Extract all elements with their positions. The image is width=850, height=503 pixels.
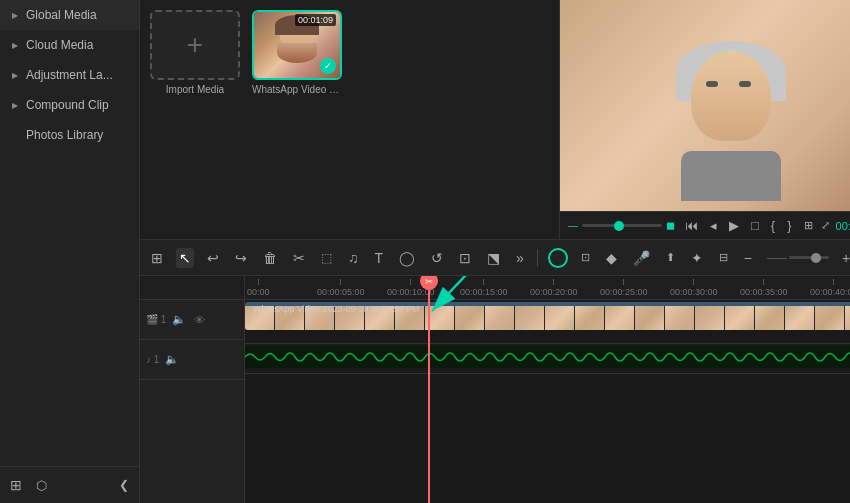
media-browser: + Import Media	[140, 0, 560, 239]
toolbar-separator	[537, 249, 538, 267]
audio-track-toggle[interactable]: 🔈	[163, 353, 181, 366]
ruler-spacer	[140, 276, 244, 300]
video-track-label-row: 🎬 1 🔈 👁	[140, 300, 244, 340]
sidebar-item-compound-clip[interactable]: ▶ Compound Clip	[0, 90, 139, 120]
speed-indicator	[548, 248, 568, 268]
fullscreen-button[interactable]: ⤢	[819, 217, 832, 234]
video-track-row: WhatsApp Video 2023-09-28 at 07:57 PM	[245, 300, 850, 344]
arrow-icon: ▶	[12, 11, 18, 20]
sidebar-item-photos-library[interactable]: Photos Library	[0, 120, 139, 150]
tool-minus-button[interactable]: −	[741, 248, 755, 268]
sidebar-item-global-media[interactable]: ▶ Global Media	[0, 0, 139, 30]
folder-button[interactable]: ⬡	[34, 476, 49, 495]
preview-face	[560, 0, 850, 211]
audio-track-row	[245, 344, 850, 374]
tool-grid-button[interactable]: ⊞	[148, 248, 166, 268]
tool-extract-button[interactable]: ⬆	[663, 249, 678, 266]
add-media-button[interactable]: ⊞	[8, 475, 24, 495]
skip-back-button[interactable]: ⏮	[683, 216, 700, 235]
timecode-display: 00:00:10:23	[836, 220, 850, 232]
tool-cut-button[interactable]: ✂	[290, 248, 308, 268]
tool-voice-button[interactable]: 🎤	[630, 248, 653, 268]
stop-button[interactable]: □	[749, 216, 761, 235]
tool-fx-button[interactable]: ✦	[688, 248, 706, 268]
tool-split-button[interactable]: ⬚	[318, 249, 335, 267]
play-button[interactable]: ▶	[727, 216, 741, 235]
timeline-content: 🎬 1 🔈 👁 ♪ 1 🔈	[140, 276, 850, 503]
layout-button[interactable]: ⊞	[802, 217, 815, 234]
sidebar: ▶ Global Media ▶ Cloud Media ▶ Adjustmen…	[0, 0, 140, 503]
clip-check-icon: ✓	[320, 58, 336, 74]
audio-track-label-row: ♪ 1 🔈	[140, 340, 244, 380]
timeline-area: ⊞ ↖ ↩ ↪ 🗑 ✂ ⬚ ♫ T ◯ ↺ ⊡ ⬔ » ⊡ ◆ 🎤 ⬆	[140, 240, 850, 503]
tool-more-button[interactable]: »	[513, 248, 527, 268]
tool-rotate-button[interactable]: ↺	[428, 248, 446, 268]
timeline-toolbar: ⊞ ↖ ↩ ↪ 🗑 ✂ ⬚ ♫ T ◯ ↺ ⊡ ⬔ » ⊡ ◆ 🎤 ⬆	[140, 240, 850, 276]
tool-undo-button[interactable]: ↩	[204, 248, 222, 268]
tool-text-button[interactable]: T	[372, 248, 387, 268]
timeline-ruler: 00:00 00:00:05:00 00:00:10:00 00:00	[245, 276, 850, 300]
audio-waveform-svg	[245, 346, 850, 368]
track-visibility-toggle[interactable]: 👁	[192, 314, 207, 326]
video-clip-item[interactable]: 00:01:09 ✓ WhatsApp Video 202...	[252, 10, 342, 95]
tool-audio-button[interactable]: ♫	[345, 248, 362, 268]
tool-redo-button[interactable]: ↪	[232, 248, 250, 268]
arrow-icon: ▶	[12, 71, 18, 80]
timeline-wrapper: 00:00 00:00:05:00 00:00:10:00 00:00	[245, 276, 850, 503]
import-media-box[interactable]: +	[150, 10, 240, 80]
track-labels: 🎬 1 🔈 👁 ♪ 1 🔈	[140, 276, 245, 503]
main-area: + Import Media	[140, 0, 850, 503]
video-thumbnail: 00:01:09 ✓	[252, 10, 342, 80]
plus-icon: +	[187, 29, 203, 61]
frame-back-button[interactable]: ◂	[708, 216, 719, 235]
tool-marker-button[interactable]: ◆	[603, 248, 620, 268]
tool-delete-button[interactable]: 🗑	[260, 248, 280, 268]
bracket-out-button[interactable]: }	[785, 216, 793, 235]
collapse-button[interactable]: ❮	[117, 476, 131, 494]
tool-select-button[interactable]: ↖	[176, 248, 194, 268]
app-container: ▶ Global Media ▶ Cloud Media ▶ Adjustmen…	[0, 0, 850, 503]
arrow-icon: ▶	[12, 41, 18, 50]
arrow-icon: ▶	[12, 101, 18, 110]
tool-captions-button[interactable]: ⊟	[716, 249, 731, 266]
import-media-label: Import Media	[166, 84, 224, 95]
preview-video	[560, 0, 850, 211]
sidebar-item-adjustment-layer[interactable]: ▶ Adjustment La...	[0, 60, 139, 90]
sidebar-item-cloud-media[interactable]: ▶ Cloud Media	[0, 30, 139, 60]
preview-controls: — ◼ ⏮ ◂ ▶ □ { } ⊞	[560, 211, 850, 239]
clip-name-label: WhatsApp Video 202...	[252, 84, 342, 95]
bracket-in-button[interactable]: {	[769, 216, 777, 235]
preview-panel: — ◼ ⏮ ◂ ▶ □ { } ⊞	[560, 0, 850, 239]
import-media-item[interactable]: + Import Media	[150, 10, 240, 95]
video-track-num: 🎬 1	[146, 314, 166, 325]
tool-plus-button[interactable]: +	[839, 248, 850, 268]
tool-circle-button[interactable]: ◯	[396, 248, 418, 268]
tool-transform-button[interactable]: ⬔	[484, 248, 503, 268]
track-audio-toggle[interactable]: 🔈	[170, 313, 188, 326]
clip-duration-badge: 00:01:09	[295, 14, 336, 26]
audio-track-num: ♪ 1	[146, 354, 159, 365]
top-area: + Import Media	[140, 0, 850, 240]
tool-crop-button[interactable]: ⊡	[456, 248, 474, 268]
tool-snap-button[interactable]: ⊡	[578, 249, 593, 266]
